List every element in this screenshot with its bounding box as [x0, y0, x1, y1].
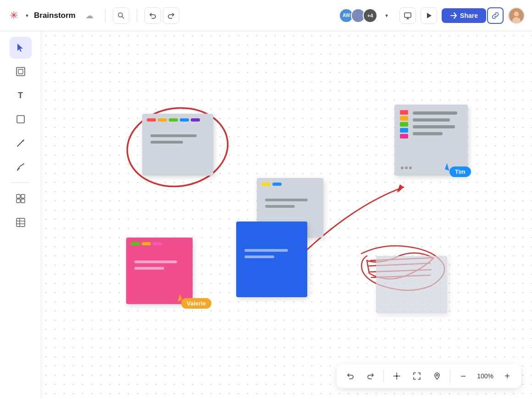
select-tool-button[interactable]	[10, 37, 32, 59]
note-tab-red	[147, 118, 156, 122]
note-tab-purple	[191, 118, 200, 122]
dot	[409, 166, 412, 169]
note-line	[150, 134, 197, 137]
note-line	[413, 118, 450, 122]
present-button[interactable]	[399, 7, 416, 24]
collaborators-group: AW +4 ▾	[339, 7, 395, 24]
note-blue[interactable]	[236, 222, 307, 297]
dot	[401, 166, 404, 169]
canvas-redo-button[interactable]	[361, 367, 380, 385]
note-line	[244, 255, 274, 258]
grid-icon	[16, 194, 26, 204]
note-line	[134, 260, 177, 263]
note-tab-green	[131, 242, 140, 245]
tool-group-main: T	[10, 37, 32, 178]
undo-redo-group	[144, 7, 179, 24]
share-button[interactable]: Share	[442, 8, 486, 23]
note-tab-green	[169, 118, 178, 122]
note-tab-yellow	[261, 183, 271, 186]
logo[interactable]: ✳	[7, 9, 20, 22]
svg-point-33	[436, 374, 438, 376]
note-line	[244, 249, 288, 252]
share-label: Share	[460, 12, 478, 19]
play-icon	[425, 11, 433, 20]
location-button[interactable]	[428, 367, 446, 385]
canvas-undo-button[interactable]	[341, 367, 360, 385]
search-button[interactable]	[113, 7, 129, 24]
svg-point-28	[396, 375, 398, 377]
svg-point-7	[514, 11, 519, 17]
svg-rect-15	[21, 194, 25, 198]
redo-icon	[366, 372, 375, 380]
note-gray-top-right[interactable]	[394, 105, 468, 176]
tool-group-components	[10, 188, 32, 233]
collaborators-dropdown-button[interactable]: ▾	[378, 7, 395, 24]
undo-icon	[346, 372, 355, 380]
note-content-tr	[413, 111, 462, 135]
note-line	[265, 199, 308, 201]
note-content-1	[142, 125, 213, 153]
bar-blue	[400, 128, 408, 133]
line-icon	[16, 138, 26, 148]
note-gray-1[interactable]	[142, 114, 213, 176]
note-gray-bottom-right[interactable]	[376, 256, 447, 313]
zoom-in-icon: +	[504, 371, 510, 382]
fit-canvas-button[interactable]	[408, 367, 426, 385]
zoom-level-display: 100%	[474, 372, 496, 380]
user-avatar-image	[509, 7, 524, 24]
title-area: Brainstorm	[34, 11, 76, 20]
undo-icon	[149, 11, 157, 20]
undo-button[interactable]	[144, 7, 161, 24]
share-group: Share	[442, 7, 504, 24]
center-canvas-button[interactable]	[388, 367, 406, 385]
grid-component-button[interactable]	[10, 188, 32, 210]
bar-pink	[400, 134, 408, 139]
play-button[interactable]	[421, 7, 437, 24]
center-icon	[393, 372, 401, 380]
pen-tool-button[interactable]	[10, 156, 32, 178]
table-component-button[interactable]	[10, 211, 32, 233]
svg-rect-16	[17, 199, 20, 203]
svg-rect-10	[18, 69, 23, 74]
note-content-blue	[236, 240, 307, 267]
svg-rect-11	[17, 116, 24, 123]
canvas[interactable]: Valerie Tim	[41, 31, 532, 399]
svg-rect-9	[17, 67, 25, 76]
bar-red	[400, 110, 408, 115]
svg-rect-2	[405, 13, 411, 17]
user-avatar[interactable]	[508, 7, 525, 24]
valerie-cursor-label: Valerie	[181, 298, 211, 309]
svg-rect-18	[17, 218, 25, 227]
redo-button[interactable]	[163, 7, 179, 24]
redo-icon	[167, 11, 175, 20]
note-tab-orange	[158, 118, 167, 122]
avatar-count-label: +4	[367, 13, 373, 18]
dot	[405, 166, 408, 169]
cloud-save-button[interactable]: ☁	[81, 7, 98, 24]
header: ✳ ▾ Brainstorm ☁ AW	[0, 0, 532, 31]
note-tabs-2	[261, 183, 282, 186]
toolbar-separator-2	[450, 370, 450, 382]
note-line	[413, 125, 455, 128]
table-icon	[16, 217, 26, 227]
frame-tool-button[interactable]	[10, 61, 32, 83]
text-tool-button[interactable]: T	[10, 84, 32, 106]
note-pink[interactable]	[126, 238, 193, 304]
zoom-out-button[interactable]: −	[454, 367, 472, 385]
shapes-icon	[16, 114, 26, 124]
title-chevron-icon[interactable]: ▾	[26, 12, 28, 19]
bar-green	[400, 122, 408, 127]
zoom-in-button[interactable]: +	[498, 367, 516, 385]
tool-separator	[11, 183, 30, 183]
note-content-2	[257, 189, 323, 217]
svg-point-8	[512, 17, 521, 23]
note-tab-orange	[142, 242, 151, 245]
svg-marker-5	[427, 13, 432, 18]
zoom-out-icon: −	[460, 371, 466, 382]
link-icon	[492, 12, 499, 19]
shapes-tool-button[interactable]	[10, 108, 32, 130]
tim-cursor-label: Tim	[449, 166, 471, 177]
line-tool-button[interactable]	[10, 132, 32, 154]
avatar-count[interactable]: +4	[363, 8, 377, 23]
link-button[interactable]	[487, 7, 504, 24]
